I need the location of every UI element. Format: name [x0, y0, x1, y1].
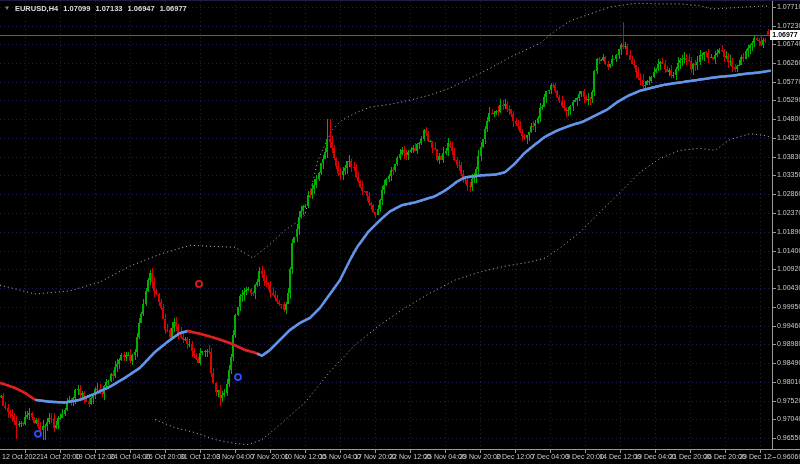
price-axis-label: 1.06260	[777, 59, 800, 67]
price-axis-label: 0.97040	[777, 415, 800, 423]
price-axis-label: 1.05290	[777, 96, 800, 104]
ohlc-low-value: 1.06947	[128, 4, 155, 13]
price-axis-label: 1.02370	[777, 209, 800, 217]
time-axis-label: 29 Dec 12:00	[739, 453, 772, 461]
price-axis-label: 0.98980	[777, 340, 800, 348]
chart-plot-canvas[interactable]	[0, 1, 800, 464]
price-axis-label: 1.05770	[777, 78, 800, 86]
price-axis-label: 1.04320	[777, 134, 800, 142]
price-axis-label: 1.07710	[777, 3, 800, 11]
time-axis-label: 12 Oct 2022	[2, 453, 40, 461]
time-axis-label: 29 Nov 20:00	[459, 453, 501, 461]
time-axis-label: 2 Dec 12:00	[496, 453, 534, 461]
price-axis-label: 0.98010	[777, 378, 800, 386]
price-axis-label: 1.00920	[777, 265, 800, 273]
one-click-trading-toggle-icon[interactable]: ▼	[4, 5, 10, 12]
price-axis-label: 1.04800	[777, 115, 800, 123]
price-axis-label: 0.98490	[777, 359, 800, 367]
price-axis-label: 1.02860	[777, 190, 800, 198]
current-price-box: 1.06977	[770, 30, 800, 40]
price-axis-label: 0.99950	[777, 303, 800, 311]
ohlc-open-value: 1.07099	[63, 4, 90, 13]
price-axis-label: 0.99460	[777, 322, 800, 330]
price-axis-label: 1.06740	[777, 40, 800, 48]
chart-title: ▼ EURUSD,H4 1.07099 1.07133 1.06947 1.06…	[4, 4, 187, 13]
chart-window: ▼ EURUSD,H4 1.07099 1.07133 1.06947 1.06…	[0, 0, 800, 464]
ohlc-close-value: 1.06977	[160, 4, 187, 13]
symbol-period-label: EURUSD,H4	[15, 4, 58, 13]
price-axis-label: 0.96060	[777, 453, 800, 461]
time-axis-label: 7 Dec 04:00	[531, 453, 569, 461]
ohlc-high-value: 1.07133	[95, 4, 122, 13]
price-axis-label: 1.00430	[777, 284, 800, 292]
time-axis-label: 3 Nov 04:00	[216, 453, 254, 461]
price-axis[interactable]: 1.06977 1.077101.072301.067401.062601.05…	[773, 1, 800, 464]
price-axis-label: 0.96550	[777, 434, 800, 442]
price-axis-label: 1.01400	[777, 247, 800, 255]
price-axis-label: 1.01890	[777, 228, 800, 236]
price-axis-label: 1.03350	[777, 171, 800, 179]
price-axis-label: 1.03830	[777, 153, 800, 161]
price-axis-label: 1.07230	[777, 22, 800, 30]
time-axis[interactable]: 12 Oct 202214 Oct 20:0019 Oct 12:0024 Oc…	[0, 450, 772, 464]
time-axis-label: 31 Oct 12:00	[180, 453, 220, 461]
price-axis-label: 0.97520	[777, 397, 800, 405]
